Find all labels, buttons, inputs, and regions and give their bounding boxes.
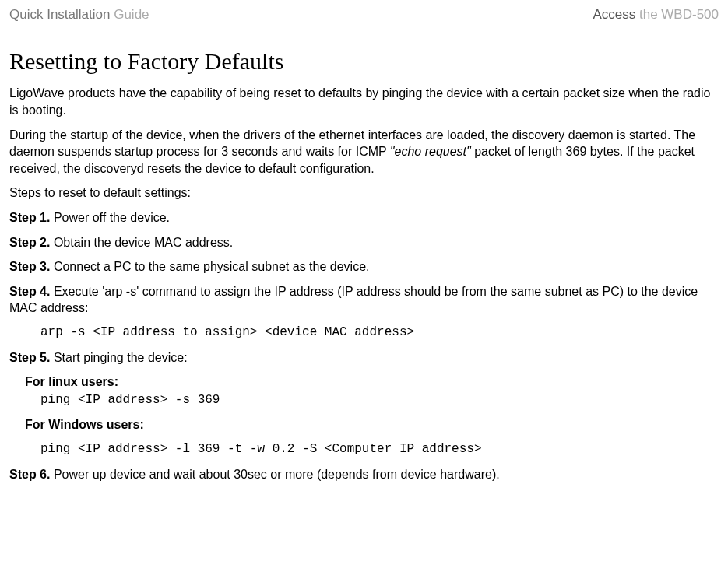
step-3-text: Connect a PC to the same physical subnet…	[50, 260, 369, 273]
windows-code: ping <IP address> -l 369 -t -w 0.2 -S <C…	[40, 441, 719, 458]
step-1-label: Step 1.	[9, 211, 50, 224]
step-6-label: Step 6.	[9, 468, 50, 481]
header-right-1: Access	[593, 7, 639, 22]
header-left-2: Guide	[110, 7, 149, 22]
step-5-label: Step 5.	[9, 351, 50, 364]
linux-block: For linux users: ping <IP address> -s 36…	[25, 373, 719, 408]
step-2: Step 2. Obtain the device MAC address.	[9, 234, 719, 251]
windows-block: For Windows users: ping <IP address> -l …	[25, 416, 719, 458]
steps-intro: Steps to reset to default settings:	[9, 184, 719, 202]
step-5-text: Start pinging the device:	[50, 351, 187, 364]
step-6-text: Power up device and wait about 30sec or …	[50, 468, 499, 481]
linux-heading: For linux users:	[25, 373, 719, 391]
header-right-2: the WBD-500	[639, 7, 719, 22]
header-left: Quick Installation Guide	[9, 6, 149, 24]
step-4-label: Step 4.	[9, 285, 50, 298]
intro2-b: "echo request"	[390, 145, 471, 158]
step-4-code: arp -s <IP address to assign> <device MA…	[40, 324, 719, 342]
step-5: Step 5. Start pinging the device:	[9, 349, 719, 366]
intro-paragraph-1: LigoWave products have the capability of…	[9, 85, 719, 118]
header-right: Access the WBD-500	[593, 6, 719, 24]
step-2-label: Step 2.	[9, 236, 50, 249]
page-header: Quick Installation Guide Access the WBD-…	[9, 6, 719, 24]
step-1-text: Power off the device.	[50, 211, 170, 224]
step-2-text: Obtain the device MAC address.	[50, 236, 233, 249]
step-3: Step 3. Connect a PC to the same physica…	[9, 258, 719, 275]
header-left-1: Quick Installation	[9, 7, 110, 22]
step-4: Step 4. Execute 'arp -s' command to assi…	[9, 283, 719, 317]
intro-paragraph-2: During the startup of the device, when t…	[9, 127, 719, 177]
linux-code: ping <IP address> -s 369	[40, 392, 719, 409]
step-1: Step 1. Power off the device.	[9, 209, 719, 226]
step-3-label: Step 3.	[9, 260, 50, 273]
page-title: Resetting to Factory Defaults	[9, 46, 719, 78]
step-6: Step 6. Power up device and wait about 3…	[9, 466, 719, 483]
step-4-text: Execute 'arp -s' command to assign the I…	[9, 285, 698, 315]
windows-heading: For Windows users:	[25, 416, 719, 433]
